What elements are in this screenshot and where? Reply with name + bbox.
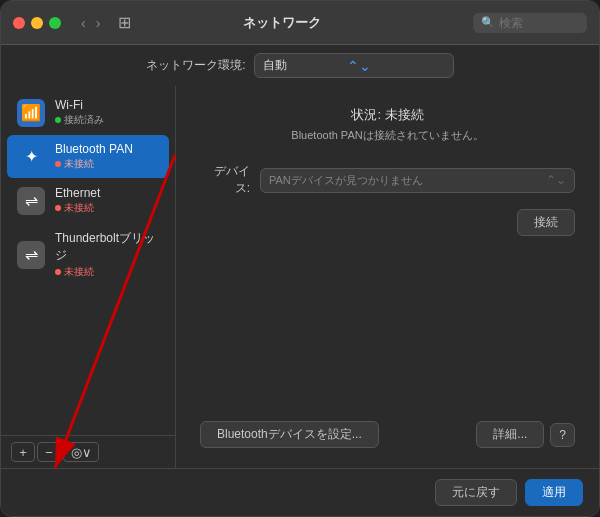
sidebar-item-bluetooth-info: Bluetooth PAN 未接続: [55, 142, 133, 171]
bottom-bar: 元に戻す 適用: [1, 468, 599, 516]
env-select-arrow-icon: ⌃⌄: [347, 58, 371, 74]
search-icon: 🔍: [481, 16, 495, 29]
advanced-button[interactable]: 詳細...: [476, 421, 544, 448]
device-select[interactable]: PANデバイスが見つかりません ⌃⌄: [260, 168, 575, 193]
sidebar-item-ethernet[interactable]: ⇌ Ethernet 未接続: [7, 179, 169, 222]
wifi-status-text: 接続済み: [64, 113, 104, 127]
wifi-icon: 📶: [17, 99, 45, 127]
ethernet-status-text: 未接続: [64, 201, 94, 215]
sidebar-item-bluetooth-name: Bluetooth PAN: [55, 142, 133, 156]
thunderbolt-icon: ⇌: [17, 241, 45, 269]
traffic-lights: [13, 17, 61, 29]
maximize-button[interactable]: [49, 17, 61, 29]
device-select-value: PANデバイスが見つかりません: [269, 173, 423, 188]
env-bar: ネットワーク環境: 自動 ⌃⌄: [1, 45, 599, 86]
status-section: 状況: 未接続 Bluetooth PANは接続されていません。: [200, 106, 575, 143]
search-box[interactable]: 🔍: [473, 13, 587, 33]
status-title: 状況: 未接続: [351, 106, 423, 124]
setup-bluetooth-button[interactable]: Bluetoothデバイスを設定...: [200, 421, 379, 448]
sidebar-item-bluetooth-status: 未接続: [55, 157, 133, 171]
device-select-chevron-icon: ⌃⌄: [546, 173, 566, 187]
action-menu-button[interactable]: ◎∨: [63, 442, 99, 462]
sidebar-item-thunderbolt-info: Thunderboltブリッジ 未接続: [55, 230, 159, 279]
help-button[interactable]: ?: [550, 423, 575, 447]
status-dot-ethernet: [55, 205, 61, 211]
status-dot-wifi: [55, 117, 61, 123]
sidebar-list: 📶 Wi-Fi 接続済み ✦ Bluetoot: [1, 86, 175, 435]
titlebar: ‹ › ⊞ ネットワーク 🔍: [1, 1, 599, 45]
status-dot-bluetooth: [55, 161, 61, 167]
sidebar-item-ethernet-name: Ethernet: [55, 186, 100, 200]
connect-button-row: 接続: [200, 209, 575, 236]
main-content: 📶 Wi-Fi 接続済み ✦ Bluetoot: [1, 86, 599, 468]
device-row: デバイス: PANデバイスが見つかりません ⌃⌄: [200, 163, 575, 197]
env-select-value: 自動: [263, 57, 287, 74]
revert-button[interactable]: 元に戻す: [435, 479, 517, 506]
sidebar: 📶 Wi-Fi 接続済み ✦ Bluetoot: [1, 86, 176, 468]
sidebar-item-thunderbolt-status: 未接続: [55, 265, 159, 279]
sidebar-item-wifi-info: Wi-Fi 接続済み: [55, 98, 104, 127]
status-dot-thunderbolt: [55, 269, 61, 275]
detail-panel: 状況: 未接続 Bluetooth PANは接続されていません。 デバイス: P…: [176, 86, 599, 468]
status-desc: Bluetooth PANは接続されていません。: [291, 128, 483, 143]
sidebar-item-wifi[interactable]: 📶 Wi-Fi 接続済み: [7, 91, 169, 134]
close-button[interactable]: [13, 17, 25, 29]
apply-button[interactable]: 適用: [525, 479, 583, 506]
connect-button[interactable]: 接続: [517, 209, 575, 236]
env-select[interactable]: 自動 ⌃⌄: [254, 53, 454, 78]
sidebar-item-wifi-status: 接続済み: [55, 113, 104, 127]
device-label: デバイス:: [200, 163, 250, 197]
back-button[interactable]: ‹: [77, 13, 90, 33]
bottom-right: 元に戻す 適用: [435, 479, 583, 506]
sidebar-item-thunderbolt[interactable]: ⇌ Thunderboltブリッジ 未接続: [7, 223, 169, 286]
env-label: ネットワーク環境:: [146, 57, 245, 74]
sidebar-item-wifi-name: Wi-Fi: [55, 98, 104, 112]
minimize-button[interactable]: [31, 17, 43, 29]
sidebar-item-ethernet-info: Ethernet 未接続: [55, 186, 100, 215]
bluetooth-icon: ✦: [17, 143, 45, 171]
search-input[interactable]: [499, 16, 579, 30]
sidebar-bottom: + − ◎∨: [1, 435, 175, 468]
sidebar-item-ethernet-status: 未接続: [55, 201, 100, 215]
ethernet-icon: ⇌: [17, 187, 45, 215]
remove-network-button[interactable]: −: [37, 442, 61, 462]
add-network-button[interactable]: +: [11, 442, 35, 462]
thunderbolt-status-text: 未接続: [64, 265, 94, 279]
window-title: ネットワーク: [99, 14, 465, 32]
sidebar-item-thunderbolt-name: Thunderboltブリッジ: [55, 230, 159, 264]
detail-bottom-row: Bluetoothデバイスを設定... 詳細... ?: [200, 421, 575, 448]
bluetooth-status-text: 未接続: [64, 157, 94, 171]
sidebar-item-bluetooth[interactable]: ✦ Bluetooth PAN 未接続: [7, 135, 169, 178]
